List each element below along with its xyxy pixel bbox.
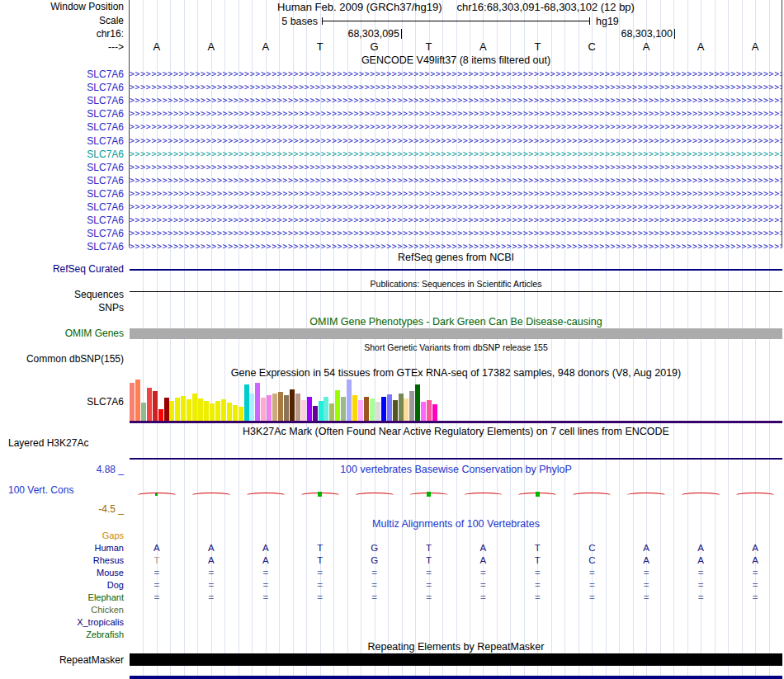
gtex-expression-bar[interactable] bbox=[192, 394, 197, 421]
gene-row-arrows[interactable]: >>>>>>>>>>>>>>>>>>>>>>>>>>>>>>>>>>>>>>>>… bbox=[130, 136, 782, 147]
gtex-expression-bar[interactable] bbox=[319, 401, 324, 421]
gene-row-label[interactable]: SLC7A6 bbox=[0, 96, 124, 106]
gtex-expression-bar[interactable] bbox=[352, 395, 357, 421]
gtex-expression-bar[interactable] bbox=[301, 400, 306, 421]
gtex-expression-bar[interactable] bbox=[421, 402, 426, 421]
gene-row-label[interactable]: SLC7A6 bbox=[0, 176, 124, 186]
gtex-expression-bar[interactable] bbox=[175, 398, 180, 421]
gtex-expression-bar[interactable] bbox=[187, 399, 191, 421]
publications-track[interactable] bbox=[130, 291, 782, 292]
gtex-expression-bar[interactable] bbox=[244, 384, 249, 421]
gtex-expression-bar[interactable] bbox=[255, 383, 260, 421]
gtex-expression-bar[interactable] bbox=[272, 394, 277, 421]
gtex-expression-bar[interactable] bbox=[381, 397, 386, 421]
repeatmasker-track[interactable] bbox=[130, 653, 782, 666]
gtex-expression-bar[interactable] bbox=[307, 397, 312, 421]
phylop-positive-tick[interactable] bbox=[155, 493, 158, 496]
gtex-expression-bar[interactable] bbox=[158, 409, 163, 421]
gene-row-arrows[interactable]: >>>>>>>>>>>>>>>>>>>>>>>>>>>>>>>>>>>>>>>>… bbox=[130, 242, 782, 252]
gtex-expression-bar[interactable] bbox=[239, 407, 243, 421]
gene-row-label[interactable]: SLC7A6 bbox=[0, 202, 124, 213]
gene-row-label[interactable]: SLC7A6 bbox=[0, 83, 124, 93]
gene-row-arrows[interactable]: >>>>>>>>>>>>>>>>>>>>>>>>>>>>>>>>>>>>>>>>… bbox=[130, 189, 782, 200]
gene-row-label[interactable]: SLC7A6 bbox=[0, 189, 124, 200]
gene-row-label[interactable]: SLC7A6 bbox=[0, 163, 124, 173]
gene-row-arrows[interactable]: >>>>>>>>>>>>>>>>>>>>>>>>>>>>>>>>>>>>>>>>… bbox=[130, 176, 782, 186]
gtex-expression-bar[interactable] bbox=[284, 395, 289, 421]
gtex-expression-bar[interactable] bbox=[204, 401, 209, 421]
gene-row-arrows[interactable]: >>>>>>>>>>>>>>>>>>>>>>>>>>>>>>>>>>>>>>>>… bbox=[130, 163, 782, 173]
gene-row-arrows[interactable]: >>>>>>>>>>>>>>>>>>>>>>>>>>>>>>>>>>>>>>>>… bbox=[130, 122, 782, 133]
gtex-expression-bar[interactable] bbox=[233, 405, 238, 421]
phylop-signal[interactable] bbox=[191, 493, 232, 498]
gene-row-label[interactable]: SLC7A6 bbox=[0, 149, 124, 160]
gtex-expression-bar[interactable] bbox=[335, 390, 340, 421]
gtex-expression-bar[interactable] bbox=[181, 396, 186, 421]
phylop-signal[interactable] bbox=[463, 493, 504, 498]
omim-genes-track[interactable] bbox=[130, 328, 782, 339]
gene-row-label[interactable]: SLC7A6 bbox=[0, 69, 124, 80]
gtex-expression-bar[interactable] bbox=[278, 392, 283, 421]
gtex-expression-bar[interactable] bbox=[130, 383, 135, 421]
gtex-expression-bar[interactable] bbox=[215, 401, 220, 421]
gtex-expression-bar[interactable] bbox=[198, 398, 203, 421]
gtex-expression-bar[interactable] bbox=[141, 403, 146, 421]
gtex-expression-bar[interactable] bbox=[393, 400, 398, 421]
gene-row-label[interactable]: SLC7A6 bbox=[0, 109, 124, 120]
gtex-expression-bar[interactable] bbox=[399, 394, 404, 421]
phylop-signal[interactable] bbox=[354, 493, 395, 498]
gene-row-label[interactable]: SLC7A6 bbox=[0, 122, 124, 133]
gtex-expression-bar[interactable] bbox=[227, 403, 232, 421]
gene-row-arrows[interactable]: >>>>>>>>>>>>>>>>>>>>>>>>>>>>>>>>>>>>>>>>… bbox=[130, 229, 782, 239]
phylop-positive-tick[interactable] bbox=[427, 492, 431, 497]
gtex-expression-bar[interactable] bbox=[153, 391, 158, 421]
gtex-expression-bar[interactable] bbox=[375, 402, 380, 421]
phylop-positive-tick[interactable] bbox=[318, 492, 322, 497]
gtex-expression-bar[interactable] bbox=[347, 380, 352, 421]
gtex-expression-bar[interactable] bbox=[404, 398, 409, 421]
gtex-expression-bar[interactable] bbox=[329, 403, 334, 421]
gtex-expression-bar[interactable] bbox=[267, 395, 272, 421]
gene-row-arrows[interactable]: >>>>>>>>>>>>>>>>>>>>>>>>>>>>>>>>>>>>>>>>… bbox=[130, 149, 782, 160]
gtex-expression-bar[interactable] bbox=[324, 397, 328, 421]
phylop-signal[interactable] bbox=[734, 493, 776, 498]
h3k27ac-track[interactable] bbox=[130, 458, 782, 460]
gene-row-arrows[interactable]: >>>>>>>>>>>>>>>>>>>>>>>>>>>>>>>>>>>>>>>>… bbox=[130, 83, 782, 93]
gene-row-label[interactable]: SLC7A6 bbox=[0, 215, 124, 226]
gtex-expression-bar[interactable] bbox=[432, 404, 437, 421]
gtex-expression-bar[interactable] bbox=[341, 397, 346, 421]
gene-row-label[interactable]: SLC7A6 bbox=[0, 229, 124, 239]
phylop-signal[interactable] bbox=[626, 493, 667, 498]
gtex-expression-bar[interactable] bbox=[221, 399, 226, 421]
gtex-expression-bar[interactable] bbox=[364, 397, 369, 421]
gtex-expression-bar[interactable] bbox=[261, 398, 266, 421]
gtex-expression-bar[interactable] bbox=[249, 394, 254, 421]
gtex-expression-bar[interactable] bbox=[169, 401, 174, 421]
gene-row-arrows[interactable]: >>>>>>>>>>>>>>>>>>>>>>>>>>>>>>>>>>>>>>>>… bbox=[130, 109, 782, 120]
gtex-expression-bar[interactable] bbox=[210, 403, 215, 421]
gtex-expression-bar[interactable] bbox=[290, 389, 295, 421]
gtex-expression-bar[interactable] bbox=[427, 400, 432, 421]
phylop-signal[interactable] bbox=[571, 493, 612, 498]
refseq-curated-track[interactable] bbox=[130, 269, 782, 271]
gtex-expression-bar[interactable] bbox=[295, 394, 300, 421]
gene-row-arrows[interactable]: >>>>>>>>>>>>>>>>>>>>>>>>>>>>>>>>>>>>>>>>… bbox=[130, 96, 782, 106]
phylop-signal[interactable] bbox=[680, 493, 721, 498]
gtex-expression-bar[interactable] bbox=[358, 400, 363, 421]
phylop-signal[interactable] bbox=[245, 493, 286, 498]
gtex-expression-bar[interactable] bbox=[409, 391, 414, 421]
gene-row-arrows[interactable]: >>>>>>>>>>>>>>>>>>>>>>>>>>>>>>>>>>>>>>>>… bbox=[130, 69, 782, 80]
gtex-expression-bar[interactable] bbox=[147, 388, 152, 421]
gtex-expression-bar[interactable] bbox=[415, 384, 420, 421]
gene-row-label[interactable]: SLC7A6 bbox=[0, 242, 124, 252]
bottom-track-line[interactable] bbox=[130, 676, 782, 679]
gene-row-arrows[interactable]: >>>>>>>>>>>>>>>>>>>>>>>>>>>>>>>>>>>>>>>>… bbox=[130, 215, 782, 226]
gene-row-label[interactable]: SLC7A6 bbox=[0, 136, 124, 147]
gene-row-arrows[interactable]: >>>>>>>>>>>>>>>>>>>>>>>>>>>>>>>>>>>>>>>>… bbox=[130, 202, 782, 213]
phylop-positive-tick[interactable] bbox=[536, 492, 540, 497]
gtex-expression-bar[interactable] bbox=[370, 398, 375, 421]
gtex-expression-bar[interactable] bbox=[387, 394, 392, 421]
gtex-expression-bar[interactable] bbox=[313, 406, 318, 421]
gtex-expression-bar[interactable] bbox=[164, 398, 169, 421]
gtex-expression-bar[interactable] bbox=[135, 380, 140, 421]
